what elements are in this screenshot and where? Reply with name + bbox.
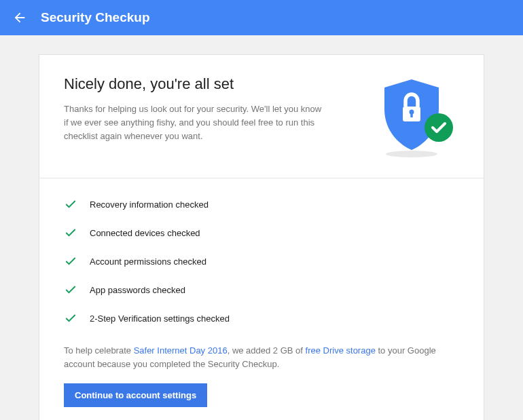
promo-text: To help celebrate Safer Internet Day 201…	[39, 344, 484, 383]
checklist-item-label: 2-Step Verification settings checked	[90, 313, 230, 324]
card-header: Nicely done, you're all set Thanks for h…	[39, 55, 484, 178]
svg-point-0	[386, 151, 437, 157]
checkmark-icon	[64, 254, 77, 268]
checkmark-icon	[64, 311, 77, 325]
checklist-item: App passwords checked	[64, 283, 459, 297]
promo-mid: , we added 2 GB of	[228, 345, 306, 356]
completion-card: Nicely done, you're all set Thanks for h…	[39, 54, 484, 420]
continue-button[interactable]: Continue to account settings	[64, 383, 207, 407]
checklist-item: Recovery information checked	[64, 197, 459, 211]
free-storage-link[interactable]: free Drive storage	[306, 345, 376, 356]
shield-lock-icon	[371, 75, 459, 160]
checklist-item: 2-Step Verification settings checked	[64, 311, 459, 325]
app-header: Security Checkup	[0, 0, 523, 35]
safer-internet-link[interactable]: Safer Internet Day 2016	[134, 345, 228, 356]
checklist-item-label: App passwords checked	[90, 285, 185, 295]
checklist-item-label: Recovery information checked	[90, 199, 209, 210]
page-title: Security Checkup	[41, 10, 150, 25]
promo-prefix: To help celebrate	[64, 345, 134, 356]
checkmark-icon	[64, 226, 77, 240]
completion-title: Nicely done, you're all set	[64, 75, 355, 93]
checklist-item: Connected devices checked	[64, 226, 459, 240]
checkmark-icon	[64, 283, 77, 297]
checkmark-icon	[64, 197, 77, 211]
completion-description: Thanks for helping us look out for your …	[64, 102, 322, 143]
svg-point-4	[425, 113, 453, 142]
svg-rect-3	[410, 113, 412, 117]
back-arrow-icon[interactable]	[12, 10, 27, 25]
checklist-item-label: Connected devices checked	[90, 228, 200, 238]
checklist: Recovery information checked Connected d…	[39, 178, 484, 344]
checklist-item-label: Account permissions checked	[90, 256, 206, 267]
button-row: Continue to account settings	[39, 383, 484, 420]
checklist-item: Account permissions checked	[64, 254, 459, 268]
